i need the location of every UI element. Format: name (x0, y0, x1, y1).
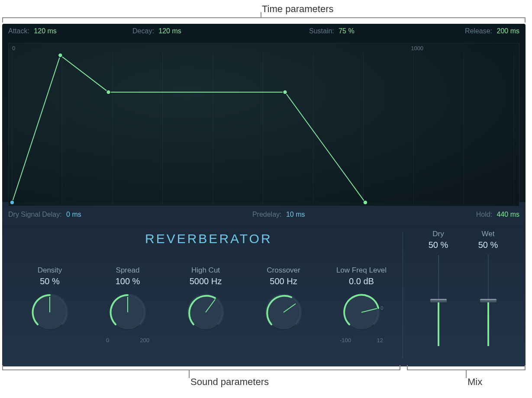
callout-bracket-sound-l (2, 365, 3, 369)
plugin-title: REVERBERATOR (145, 231, 272, 246)
dry-signal-delay-param[interactable]: Dry Signal Delay: 0 ms (8, 211, 81, 218)
decay-value: 120 ms (158, 27, 181, 35)
highcut-value: 5000 Hz (168, 276, 244, 286)
highcut-label: High Cut (168, 266, 244, 275)
crossover-value: 500 Hz (246, 276, 322, 286)
dry-slider-block: Dry 50 % (419, 230, 458, 346)
wet-slider[interactable] (487, 255, 490, 346)
mix-section: Dry 50 % Wet 50 % (413, 230, 513, 346)
callout-mix: Mix (468, 376, 482, 388)
release-label: Release: (465, 27, 492, 35)
envelope-node[interactable] (363, 200, 368, 205)
callout-bracket-sound (2, 369, 400, 370)
spread-knob[interactable] (106, 291, 149, 334)
graph-x-max-label: 1000 (411, 45, 423, 51)
attack-param[interactable]: Attack: 120 ms (8, 27, 57, 35)
callout-bracket-top-left (2, 17, 3, 22)
svg-text:0: 0 (380, 305, 383, 311)
spread-label: Spread (90, 266, 166, 275)
callout-bracket-sound-r (400, 365, 400, 369)
envelope-node[interactable] (10, 200, 14, 205)
callout-stem-top (261, 12, 261, 17)
decay-label: Decay: (132, 27, 154, 35)
hold-label: Hold: (476, 211, 492, 218)
wet-slider-thumb[interactable] (480, 299, 497, 302)
density-knob-block: Density 50 % (12, 266, 88, 343)
delay-parameters-row: Dry Signal Delay: 0 ms Predelay: 10 ms H… (8, 211, 519, 218)
callout-bracket-mix-r (525, 365, 526, 369)
sustain-value: 75 % (339, 27, 354, 35)
dry-slider[interactable] (437, 255, 440, 346)
spread-value: 100 % (90, 276, 166, 286)
highcut-knob-block: High Cut 5000 Hz (168, 266, 244, 343)
predelay-param[interactable]: Predelay: 10 ms (252, 211, 305, 218)
dry-signal-delay-label: Dry Signal Delay: (8, 211, 62, 218)
attack-value: 120 ms (34, 27, 56, 35)
envelope-node[interactable] (283, 90, 287, 94)
callout-time-parameters: Time parameters (262, 3, 333, 15)
sustain-param[interactable]: Sustain: 75 % (309, 27, 355, 35)
highcut-knob[interactable] (184, 291, 227, 334)
knob-row: Density 50 % Spread 100 % (11, 266, 400, 343)
callout-stem-mix (466, 370, 467, 378)
panel-divider (403, 231, 403, 358)
envelope-node[interactable] (106, 90, 111, 94)
crossover-knob-block: Crossover 500 Hz (246, 266, 322, 343)
release-value: 200 ms (497, 27, 519, 35)
lowfreq-knob[interactable]: 0 (340, 291, 383, 334)
time-parameters-row: Attack: 120 ms Decay: 120 ms Sustain: 75… (8, 27, 519, 35)
dry-slider-thumb[interactable] (430, 299, 447, 302)
envelope-node[interactable] (58, 53, 62, 58)
predelay-label: Predelay: (252, 211, 282, 218)
hold-param[interactable]: Hold: 440 ms (476, 211, 519, 218)
sound-parameters-panel: REVERBERATOR Density 50 % Spread 100 % (2, 223, 526, 366)
release-param[interactable]: Release: 200 ms (465, 27, 519, 35)
dry-value: 50 % (419, 240, 458, 250)
dry-label: Dry (419, 230, 458, 238)
callout-bracket-top (2, 17, 526, 18)
callout-bracket-top-right (525, 17, 526, 22)
lowfreq-value: 0.0 dB (324, 276, 400, 286)
callout-bracket-mix-l (407, 365, 408, 369)
callout-stem-sound (189, 370, 190, 378)
spread-knob-block: Spread 100 % 0 200 (90, 266, 166, 343)
spread-range: 0 200 (106, 337, 149, 343)
hold-value: 440 ms (497, 211, 519, 218)
lowfreq-knob-block: Low Freq Level 0.0 dB 0 -100 12 (324, 266, 400, 343)
reverb-plugin-window: Attack: 120 ms Decay: 120 ms Sustain: 75… (2, 24, 526, 366)
callout-sound-parameters: Sound parameters (190, 376, 269, 388)
crossover-knob[interactable] (262, 291, 305, 334)
attack-label: Attack: (8, 27, 29, 35)
sustain-label: Sustain: (309, 27, 334, 35)
density-value: 50 % (12, 276, 88, 286)
lowfreq-label: Low Freq Level (324, 266, 400, 275)
crossover-label: Crossover (246, 266, 322, 275)
wet-value: 50 % (469, 240, 508, 250)
envelope-graph[interactable]: 0 1000 (8, 43, 519, 206)
wet-slider-block: Wet 50 % (469, 230, 508, 346)
graph-x-min-label: 0 (12, 45, 15, 51)
lowfreq-range: -100 12 (340, 337, 383, 343)
predelay-value: 10 ms (286, 211, 305, 218)
decay-param[interactable]: Decay: 120 ms (132, 27, 181, 35)
density-knob[interactable] (28, 291, 71, 334)
dry-signal-delay-value: 0 ms (66, 211, 81, 218)
density-label: Density (12, 266, 88, 275)
wet-label: Wet (469, 230, 508, 238)
